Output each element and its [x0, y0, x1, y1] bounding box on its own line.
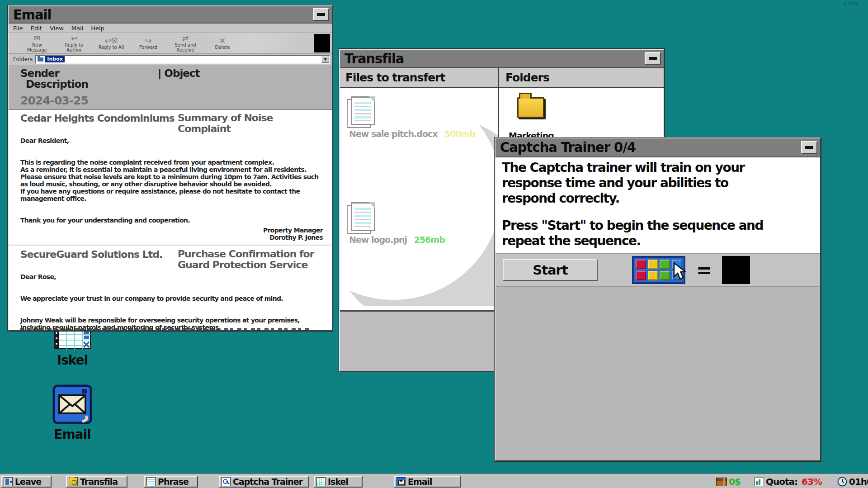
forward-button[interactable]: ↪ Forward [130, 37, 167, 50]
quota-indicator: Quota: 63% [754, 476, 822, 488]
folder-item-marketing[interactable] [517, 97, 544, 118]
send-receive-icon: ⇄ [182, 34, 189, 43]
minimize-button[interactable] [645, 52, 661, 65]
desktop-icon-email[interactable]: Email [34, 384, 111, 442]
toolbar-black-box [314, 34, 330, 52]
desktop: 0 FPS Iskel Email [0, 0, 868, 488]
file-item-sale-pitch[interactable] [351, 96, 375, 125]
minimize-button[interactable] [313, 8, 329, 21]
message-signature: Property Manager Dorothy P. Jones [20, 227, 323, 241]
captcha-control-strip: Start = [495, 254, 820, 287]
file-size: 500mb [444, 129, 475, 139]
transfila-titlebar[interactable]: Transfila [340, 50, 664, 68]
message-subject: Purchase Confirmation for Guard Protecti… [178, 249, 314, 270]
desktop-icon-label: Email [54, 427, 90, 442]
new-message-icon: ✉ [34, 34, 40, 43]
money-box-icon [716, 478, 727, 486]
menu-help[interactable]: Help [91, 25, 104, 32]
message-list-header: Sender | Object Description 2024-03-25 [9, 65, 332, 110]
taskbar-transfila-button[interactable]: Transfila [66, 476, 127, 488]
taskbar-phrase-button[interactable]: Phrase [144, 476, 198, 488]
captcha-result-box [722, 256, 750, 284]
message-list: Cedar Heights Condominiums Summary of No… [9, 110, 332, 330]
clock-indicator: 01h04 [837, 476, 868, 488]
document-icon [351, 96, 375, 125]
toolbar-label: Delete [215, 45, 230, 50]
money-indicator: 0$ [716, 476, 741, 488]
folder-icon [517, 97, 544, 118]
captcha-empty-area [495, 287, 820, 460]
message-body: Dear Resident, This is regarding the noi… [20, 137, 326, 224]
toolbar-label: Reply to Author [65, 43, 84, 52]
toolbar-label: New Message [27, 43, 47, 52]
folders-header: Folders [505, 71, 549, 84]
folder-icon [38, 57, 43, 62]
new-message-button[interactable]: ✉ New Message [19, 34, 56, 52]
forward-icon: ↪ [145, 37, 151, 45]
file-label[interactable]: New sale pitch.docx 500mb [349, 129, 475, 139]
taskbar-email-button[interactable]: Email [394, 476, 461, 488]
document-icon [351, 202, 375, 231]
clock-icon [837, 477, 847, 487]
selected-folder: Inbox [45, 56, 64, 62]
captcha-trainer-window: Captcha Trainer 0/4 The Captcha trainer … [495, 137, 821, 461]
taskbar-leave-button[interactable]: Leave [1, 476, 52, 488]
menu-file[interactable]: File [13, 25, 23, 32]
time-value: 01h04 [849, 476, 868, 487]
tile [648, 260, 658, 269]
tile [648, 271, 658, 280]
send-and-receive-button[interactable]: ⇄ Send and Receive [167, 34, 204, 52]
column-sender: Sender [20, 67, 59, 79]
captcha-intro-text: The Captcha trainer will train on your r… [502, 160, 814, 206]
email-toolbar: ✉ New Message ↩ Reply to Author ↩✉ Reply… [9, 33, 332, 54]
fps-counter: 0 FPS [843, 1, 859, 7]
money-value: 0$ [729, 476, 741, 487]
folder-dropdown[interactable]: Inbox ▼ [35, 55, 330, 64]
message-item[interactable]: Cedar Heights Condominiums Summary of No… [20, 113, 326, 241]
menu-mail[interactable]: Mail [71, 25, 83, 32]
file-label[interactable]: New logo.pnj 256mb [349, 235, 445, 245]
taskbar-captcha-trainer-button[interactable]: Captcha Trainer [219, 476, 309, 488]
cursor-icon [672, 262, 687, 280]
file-name: New sale pitch.docx [349, 129, 437, 139]
equals-sign: = [696, 259, 712, 281]
menu-view[interactable]: View [50, 25, 64, 32]
transfer-folder-icon [69, 477, 78, 486]
reply-to-all-button[interactable]: ↩✉ Reply to All [93, 37, 130, 50]
minimize-button[interactable] [801, 141, 817, 154]
delete-button[interactable]: ✕ Delete [204, 37, 241, 50]
start-button[interactable]: Start [503, 259, 598, 281]
reply-all-icon: ↩✉ [105, 37, 118, 45]
taskbar-iskel-button[interactable]: Iskel [314, 476, 363, 488]
files-panel: New sale pitch.docx 500mb New logo.pnj 2… [340, 88, 499, 310]
email-titlebar[interactable]: Email [9, 6, 332, 24]
toolbar-label: Forward [139, 45, 157, 50]
folder-bar: Folders Inbox ▼ [9, 54, 332, 65]
menu-edit[interactable]: Edit [31, 25, 42, 32]
key-icon [222, 477, 231, 486]
toolbar-label: Send and Receive [175, 43, 196, 52]
message-sender: Cedar Heights Condominiums [20, 113, 178, 124]
delete-icon: ✕ [219, 37, 226, 45]
email-menubar: File Edit View Mail Help [9, 24, 332, 33]
tile [636, 260, 646, 269]
minimize-icon [805, 146, 813, 149]
quota-label: Quota: [766, 476, 797, 487]
captcha-titlebar[interactable]: Captcha Trainer 0/4 [495, 138, 820, 157]
leave-icon [4, 477, 13, 486]
window-title: Captcha Trainer 0/4 [500, 139, 636, 156]
desktop-icon-label: Iskel [57, 353, 88, 368]
window-title: Transfila [344, 50, 404, 66]
captcha-instructions: The Captcha trainer will train on your r… [495, 157, 820, 254]
clipped-text-line [20, 328, 310, 330]
file-item-logo[interactable] [351, 202, 375, 231]
minimize-icon [649, 57, 657, 60]
minimize-icon [317, 13, 325, 16]
dropdown-arrow-icon[interactable]: ▼ [321, 56, 329, 63]
message-subject: Summary of Noise Complaint [178, 113, 326, 134]
reply-to-author-button[interactable]: ↩ Reply to Author [56, 34, 93, 52]
files-header: Files to transfert [345, 71, 445, 84]
tile [660, 271, 670, 280]
message-item[interactable]: SecureGuard Solutions Ltd. Purchase Conf… [20, 249, 326, 330]
transfer-progress-fill [340, 312, 457, 371]
